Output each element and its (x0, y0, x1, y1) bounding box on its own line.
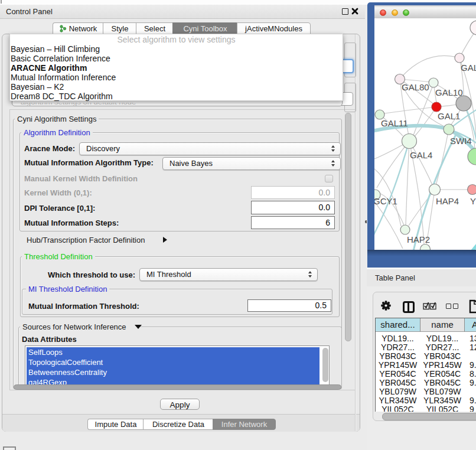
svg-text:SWI4: SWI4 (450, 136, 472, 146)
svg-text:HAP2: HAP2 (407, 234, 430, 244)
svg-text:GAL1: GAL1 (438, 111, 460, 121)
svg-text:GAL1: GAL1 (461, 63, 476, 73)
svg-text:Y: Y (470, 196, 476, 206)
svg-text:GAL10: GAL10 (435, 87, 463, 97)
svg-text:GAL80: GAL80 (402, 82, 429, 92)
svg-text:GAL4: GAL4 (410, 150, 432, 160)
svg-text:GCY1: GCY1 (374, 196, 397, 206)
svg-text:GAL11: GAL11 (381, 118, 408, 128)
svg-text:HAP4: HAP4 (436, 196, 459, 206)
